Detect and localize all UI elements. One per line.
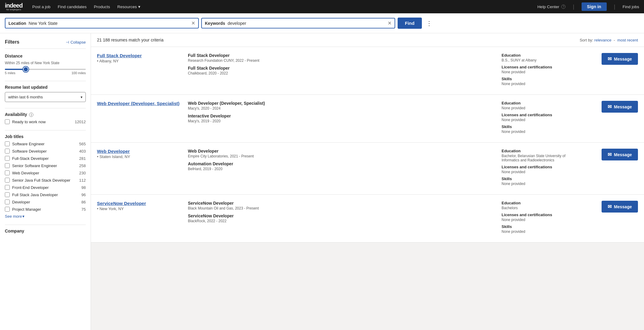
- resume-details: Education None provided Licenses and cer…: [502, 101, 577, 136]
- filter-distance: Distance Within 25 miles of New York Sta…: [5, 54, 86, 75]
- job-title-item: Software Developer 403: [5, 149, 86, 153]
- location-clear-button[interactable]: ✕: [191, 20, 195, 26]
- job-title-label: Front-End Developer: [12, 185, 79, 190]
- sort-recent-link[interactable]: most recent: [617, 38, 638, 42]
- resume-name[interactable]: ServiceNow Developer: [97, 201, 182, 206]
- resume-details: Education B.S., SUNY at Albany Licenses …: [502, 53, 577, 88]
- slider-track[interactable]: [5, 69, 86, 70]
- resume-details: Education Bachelor, Belarusian State Uni…: [502, 149, 577, 188]
- resume-actions: ✉ Message: [583, 101, 638, 113]
- filter-job-titles: Job titles Software Engineer 565 Softwar…: [5, 134, 86, 219]
- collapse-label: Collapse: [70, 40, 86, 45]
- ready-to-work-count: 12012: [75, 120, 86, 124]
- sort-relevance-link[interactable]: relevance: [594, 38, 611, 42]
- job-title-label: Full-Stack Developer: [12, 156, 77, 161]
- job-title-checkbox[interactable]: [5, 149, 10, 153]
- licenses-value: None provided: [502, 118, 577, 122]
- job-title-count: 75: [82, 207, 86, 212]
- job-title-checkbox[interactable]: [5, 178, 10, 183]
- more-options-button[interactable]: ⋮: [424, 18, 434, 29]
- nav-resources[interactable]: Resources ▾: [117, 4, 140, 9]
- job-title-count: 403: [79, 149, 86, 153]
- exp-company: Macy's, 2019 - 2020: [188, 119, 496, 123]
- resume-actions: ✉ Message: [583, 149, 638, 160]
- exp-company: Empire City Laboratories, 2021 - Present: [188, 154, 496, 158]
- job-title-checkbox[interactable]: [5, 156, 10, 161]
- resume-name[interactable]: Web Developer: [97, 149, 182, 154]
- resume-actions: ✉ Message: [583, 53, 638, 65]
- job-title-item: Senior Software Engineer 258: [5, 163, 86, 168]
- message-icon: ✉: [608, 204, 612, 210]
- exp-company: BelHard, 2019 - 2020: [188, 167, 496, 171]
- collapse-link[interactable]: ⊣ Collapse: [66, 40, 86, 45]
- message-button[interactable]: ✉ Message: [602, 149, 638, 160]
- message-label: Message: [614, 204, 632, 209]
- exp-company: Research Foundation CUNY, 2022 - Present: [188, 58, 496, 63]
- resume-updated-label: Resume last updated: [5, 85, 86, 90]
- chevron-down-icon: ▾: [22, 214, 25, 219]
- resume-name[interactable]: Full Stack Developer: [97, 53, 182, 58]
- help-icon: ?: [561, 5, 566, 9]
- resume-card: Web Developer • Staten Island, NY Web De…: [91, 143, 644, 195]
- job-title-checkbox[interactable]: [5, 207, 10, 212]
- exp-company: Black Mountain Oil and Gas, 2023 - Prese…: [188, 206, 496, 210]
- keywords-label: Keywords: [205, 21, 225, 26]
- message-button[interactable]: ✉ Message: [602, 101, 638, 113]
- licenses-label: Licenses and certifications: [502, 213, 577, 217]
- licenses-value: None provided: [502, 70, 577, 74]
- skills-value: None provided: [502, 82, 577, 86]
- resume-experience: Web Developer (Developer, Specialist) Ma…: [188, 101, 496, 126]
- resume-identity: ServiceNow Developer • New York, NY: [97, 201, 182, 211]
- education-value: Bachelors: [502, 206, 577, 210]
- keywords-field[interactable]: Keywords ✕: [201, 18, 395, 28]
- nav-products[interactable]: Products: [94, 5, 110, 9]
- message-button[interactable]: ✉ Message: [602, 53, 638, 65]
- job-title-checkbox[interactable]: [5, 170, 10, 175]
- nav-help[interactable]: Help Center ?: [537, 5, 566, 9]
- location-field[interactable]: Location ✕: [5, 18, 199, 28]
- exp-company: Chalkboard, 2020 - 2022: [188, 71, 496, 75]
- divider-2: [5, 108, 86, 108]
- sort-label: Sort by:: [580, 38, 593, 42]
- ready-to-work-checkbox[interactable]: [5, 119, 10, 124]
- exp-title: Web Developer (Developer, Specialist): [188, 101, 496, 106]
- nav-find-candidates[interactable]: Find candidates: [58, 5, 87, 9]
- chevron-down-icon: ▾: [81, 95, 82, 99]
- resume-location: • New York, NY: [97, 206, 182, 211]
- resume-updated-value: within last 6 months: [8, 95, 43, 99]
- resume-location: • Staten Island, NY: [97, 154, 182, 159]
- nav-post-job[interactable]: Post a job: [32, 5, 50, 9]
- see-more-link[interactable]: See more ▾: [5, 214, 86, 219]
- resume-experience: Full Stack Developer Research Foundation…: [188, 53, 496, 78]
- find-button[interactable]: Find: [398, 18, 422, 29]
- job-title-checkbox[interactable]: [5, 200, 10, 204]
- job-title-checkbox[interactable]: [5, 185, 10, 190]
- job-title-checkbox[interactable]: [5, 192, 10, 197]
- nav-find-jobs[interactable]: Find jobs: [622, 5, 639, 9]
- skills-label: Skills: [502, 224, 577, 229]
- logo: indeed for employers: [5, 2, 22, 11]
- chevron-down-icon: ▾: [138, 4, 140, 9]
- licenses-label: Licenses and certifications: [502, 65, 577, 69]
- resume-name[interactable]: Web Developer (Developer, Specialist): [97, 101, 182, 106]
- availability-info-icon[interactable]: i: [29, 113, 33, 117]
- keywords-clear-button[interactable]: ✕: [388, 20, 392, 26]
- job-title-checkbox[interactable]: [5, 163, 10, 168]
- nav-resources-label: Resources: [117, 5, 137, 9]
- divider-1: [5, 81, 86, 81]
- job-title-checkbox[interactable]: [5, 141, 10, 146]
- ready-to-work-item: Ready to work now 12012: [5, 119, 86, 124]
- keywords-input[interactable]: [228, 21, 385, 26]
- results-sort: Sort by: relevance - most recent: [580, 38, 638, 42]
- sign-in-button[interactable]: Sign in: [582, 2, 607, 11]
- message-button[interactable]: ✉ Message: [602, 201, 638, 213]
- slider-thumb[interactable]: [23, 67, 28, 72]
- resume-identity: Web Developer • Staten Island, NY: [97, 149, 182, 159]
- results-header: 21 188 resumes match your criteria Sort …: [91, 33, 644, 47]
- job-title-label: Senior Java Full Stack Developer: [12, 178, 77, 183]
- licenses-value: None provided: [502, 170, 577, 174]
- resume-cards: Full Stack Developer • Albany, NY Full S…: [91, 47, 644, 243]
- resume-updated-dropdown[interactable]: within last 6 months ▾: [5, 92, 86, 102]
- location-input[interactable]: [28, 21, 189, 26]
- education-value: None provided: [502, 106, 577, 110]
